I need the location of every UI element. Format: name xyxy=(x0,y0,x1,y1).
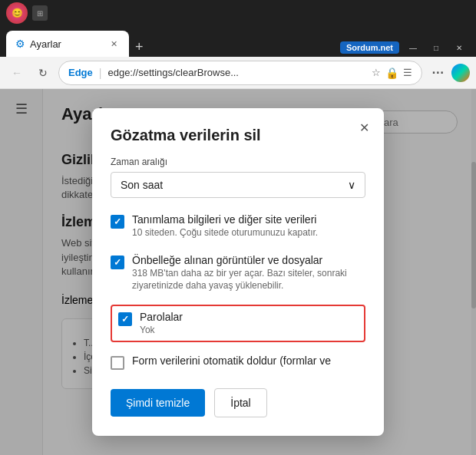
clear-browsing-dialog: Gözatma verilerin sil ✕ Zaman aralığı So… xyxy=(92,108,384,436)
refresh-button[interactable]: ↻ xyxy=(32,62,54,84)
chevron-down-icon: ∨ xyxy=(348,179,355,191)
dialog-title: Gözatma verilerin sil xyxy=(111,127,365,144)
autofill-checkbox-text: Form verilerini otomatik doldur (formlar… xyxy=(132,354,365,367)
autofill-checkbox[interactable] xyxy=(111,356,124,370)
passwords-checkbox[interactable]: ✓ xyxy=(118,312,132,326)
modal-backdrop: Gözatma verilerin sil ✕ Zaman aralığı So… xyxy=(0,89,476,455)
favorite-icon[interactable]: ☆ xyxy=(372,67,381,78)
edge-logo: Edge xyxy=(68,67,93,78)
window-icon: ⊞ xyxy=(32,5,48,21)
navigation-bar: ← ↻ Edge | edge://settings/clearBrowse..… xyxy=(0,57,476,89)
title-bar: 😊 ⊞ xyxy=(0,0,476,26)
cache-checkbox-row[interactable]: ✓ Önbelleğe alınan görüntüler ve dosyala… xyxy=(111,251,365,295)
time-range-value: Son saat xyxy=(121,179,163,191)
new-tab-button[interactable]: + xyxy=(132,37,147,57)
passwords-checkbox-title: Parolalar xyxy=(140,311,358,323)
dialog-close-button[interactable]: ✕ xyxy=(353,117,375,139)
dialog-footer: Şimdi temizle İptal xyxy=(111,388,365,417)
cookies-checkbox-desc: 10 siteden. Çoğu sitede oturumunuzu kapa… xyxy=(132,227,365,239)
browser-icon[interactable]: 🔒 xyxy=(385,67,398,79)
profile-button[interactable]: 😊 xyxy=(6,2,28,24)
window-buttons: — □ ✕ xyxy=(402,40,470,55)
passwords-checkbox-text: Parolalar Yok xyxy=(140,311,358,337)
cookies-checkbox-row[interactable]: ✓ Tanımlama bilgileri ve diğer site veri… xyxy=(111,210,365,242)
collections-icon[interactable]: ☰ xyxy=(403,67,412,78)
tab-favicon: ⚙ xyxy=(15,38,25,50)
passwords-checkbox-desc: Yok xyxy=(140,325,358,337)
autofill-checkbox-title: Form verilerini otomatik doldur (formlar… xyxy=(132,354,365,367)
tab-label: Ayarlar xyxy=(30,38,103,50)
profile-icon: 😊 xyxy=(12,8,23,18)
tab-bar: ⚙ Ayarlar ✕ + Sordum.net — □ ✕ xyxy=(0,26,476,57)
more-button[interactable]: ⋯ xyxy=(427,62,448,84)
cache-checkbox-text: Önbelleğe alınan görüntüler ve dosyalar … xyxy=(132,254,365,292)
sordum-badge: Sordum.net xyxy=(340,41,399,54)
maximize-button[interactable]: □ xyxy=(425,40,447,55)
cache-checkbox-title: Önbelleğe alınan görüntüler ve dosyalar xyxy=(132,254,365,266)
back-button[interactable]: ← xyxy=(6,62,28,84)
active-tab[interactable]: ⚙ Ayarlar ✕ xyxy=(6,31,129,57)
settings-page: ☰ Ayarlar 🔍 Gizlili İstediğinidikkate a … xyxy=(0,89,476,455)
time-range-select[interactable]: Son saat ∨ xyxy=(111,172,365,198)
address-separator: | xyxy=(99,67,102,79)
address-icons: ☆ 🔒 ☰ xyxy=(372,67,412,79)
address-bar[interactable]: Edge | edge://settings/clearBrowse... ☆ … xyxy=(58,61,422,85)
close-button[interactable]: ✕ xyxy=(448,40,470,55)
passwords-checkbox-row[interactable]: ✓ Parolalar Yok xyxy=(111,305,365,343)
tab-close-button[interactable]: ✕ xyxy=(107,38,120,50)
cache-checkbox[interactable]: ✓ xyxy=(111,256,124,269)
cookies-checkbox-title: Tanımlama bilgileri ve diğer site verile… xyxy=(132,213,365,226)
clear-now-button[interactable]: Şimdi temizle xyxy=(111,389,205,417)
address-text: edge://settings/clearBrowse... xyxy=(107,67,365,78)
check-icon: ✓ xyxy=(121,314,129,325)
cookies-checkbox-text: Tanımlama bilgileri ve diğer site verile… xyxy=(132,213,365,239)
cancel-button[interactable]: İptal xyxy=(214,388,266,417)
check-icon: ✓ xyxy=(114,257,121,268)
minimize-button[interactable]: — xyxy=(402,40,424,55)
tab-right-area: Sordum.net — □ ✕ xyxy=(147,40,470,57)
toolbar-icons: ⋯ xyxy=(427,62,470,84)
edge-ball[interactable] xyxy=(451,64,470,82)
check-icon: ✓ xyxy=(114,216,121,227)
autofill-checkbox-row[interactable]: Form verilerini otomatik doldur (formlar… xyxy=(111,351,365,373)
cookies-checkbox[interactable]: ✓ xyxy=(111,215,124,229)
cache-checkbox-desc: 318 MB'tan daha az bir yer açar. Bazı si… xyxy=(132,268,365,292)
time-range-label: Zaman aralığı xyxy=(111,157,365,167)
